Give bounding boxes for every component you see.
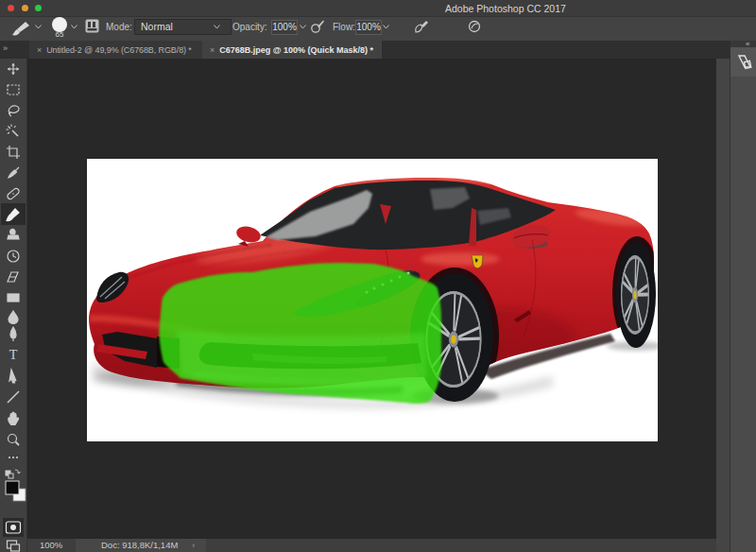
svg-text:T: T [9, 348, 18, 362]
